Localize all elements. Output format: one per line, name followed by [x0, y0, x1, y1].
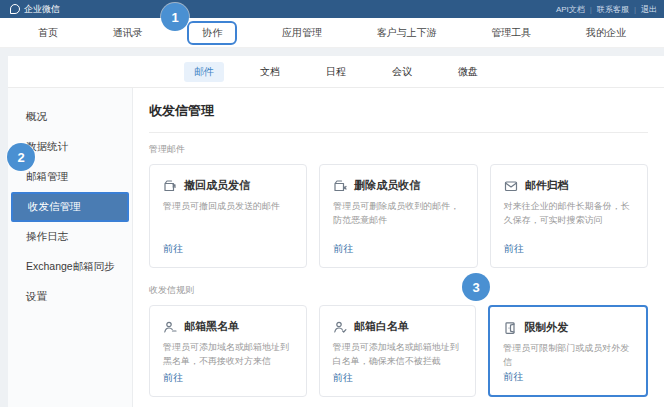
card-mail-blacklist[interactable]: 邮箱黑名单 管理员可添加域名或邮箱地址到黑名单，不再接收对方来信 前往: [149, 305, 307, 397]
nav-item-contacts[interactable]: 通讯录: [103, 22, 153, 44]
card-header: 邮箱黑名单: [163, 319, 293, 334]
tab-docs[interactable]: 文档: [250, 62, 290, 82]
annotation-step-1: 1: [161, 3, 189, 31]
panel-body: 概况 数据统计 邮箱管理 收发信管理 操作日志 Exchange邮箱同步 设置 …: [8, 88, 664, 407]
card-description: 管理员可删除成员收到的邮件，防范恶意邮件: [333, 200, 463, 228]
card-header: 邮件归档: [504, 178, 634, 193]
card-recall-member-mail[interactable]: 撤回成员发信 管理员可撤回成员发送的邮件 前往: [149, 164, 307, 268]
top-app-bar: 企业微信 API文档 | 联系客服 | 退出: [0, 0, 664, 18]
card-header: 限制外发: [503, 320, 633, 335]
main-content: 收发信管理 管理邮件 撤回成员发信 管理员可撤回成员发送的邮件 前往: [133, 88, 664, 407]
tab-mail[interactable]: 邮件: [184, 62, 224, 82]
go-link-mail-archive[interactable]: 前往: [504, 242, 634, 256]
archive-mail-icon: [504, 179, 518, 193]
tab-meeting[interactable]: 会议: [382, 62, 422, 82]
card-description: 管理员可添加域名或邮箱地址到黑名单，不再接收对方来信: [163, 341, 293, 369]
card-description: 管理员可限制部门或成员对外发信: [503, 342, 633, 370]
main-nav: 首页 通讯录 协作 应用管理 客户与上下游 管理工具 我的企业: [0, 18, 664, 48]
restrict-outgoing-icon: [503, 321, 517, 335]
section-label-send-receive-rules: 收发信规则: [149, 284, 648, 297]
delete-mail-icon: [333, 179, 347, 193]
wecom-logo-text: 企业微信: [24, 3, 60, 16]
blacklist-person-icon: [163, 320, 177, 334]
content-panel: 邮件 文档 日程 会议 微盘 概况 数据统计 邮箱管理 收发信管理 操作日志 E…: [8, 56, 664, 407]
card-title: 删除成员收信: [354, 178, 420, 193]
nav-item-collaboration[interactable]: 协作: [187, 21, 237, 45]
sidebar-item-exchange-sync[interactable]: Exchange邮箱同步: [8, 252, 132, 282]
topbar-links: API文档 | 联系客服 | 退出: [551, 4, 662, 15]
card-description: 管理员可撤回成员发送的邮件: [163, 200, 293, 214]
annotation-step-2: 2: [7, 143, 35, 171]
go-link-blacklist[interactable]: 前往: [163, 371, 293, 385]
card-title: 邮件归档: [525, 178, 569, 193]
chat-bubble-icon: [10, 4, 20, 14]
go-link-recall-mail[interactable]: 前往: [163, 242, 293, 256]
title-divider: [149, 132, 648, 133]
card-header: 撤回成员发信: [163, 178, 293, 193]
card-title: 限制外发: [524, 320, 568, 335]
card-header: 邮箱白名单: [333, 319, 463, 334]
card-delete-member-mail[interactable]: 删除成员收信 管理员可删除成员收到的邮件，防范恶意邮件 前往: [319, 164, 477, 268]
mail-settings-sidebar: 概况 数据统计 邮箱管理 收发信管理 操作日志 Exchange邮箱同步 设置: [8, 88, 133, 407]
recall-mail-icon: [163, 179, 177, 193]
sidebar-item-settings[interactable]: 设置: [8, 282, 132, 312]
card-title: 邮箱黑名单: [184, 319, 239, 334]
nav-item-customers[interactable]: 客户与上下游: [367, 22, 447, 44]
contact-support-link[interactable]: 联系客服: [592, 4, 634, 15]
card-description: 管理员可添加域名或邮箱地址到白名单，确保来信不被拦截: [333, 341, 463, 369]
nav-item-admin-tools[interactable]: 管理工具: [481, 22, 541, 44]
nav-item-my-company[interactable]: 我的企业: [576, 22, 636, 44]
nav-item-apps[interactable]: 应用管理: [272, 22, 332, 44]
whitelist-person-icon: [333, 320, 347, 334]
section-label-manage-mail: 管理邮件: [149, 143, 648, 156]
page-title: 收发信管理: [149, 102, 648, 120]
tab-drive[interactable]: 微盘: [448, 62, 488, 82]
api-docs-link[interactable]: API文档: [551, 4, 590, 15]
card-mail-archive[interactable]: 邮件归档 对来往企业的邮件长期备份，长久保存，可实时搜索访问 前往: [490, 164, 648, 268]
wecom-logo: 企业微信: [10, 3, 60, 16]
sidebar-item-overview[interactable]: 概况: [8, 102, 132, 132]
go-link-whitelist[interactable]: 前往: [333, 371, 463, 385]
logout-link[interactable]: 退出: [636, 4, 662, 15]
card-mail-whitelist[interactable]: 邮箱白名单 管理员可添加域名或邮箱地址到白名单，确保来信不被拦截 前往: [319, 305, 477, 397]
go-link-delete-mail[interactable]: 前往: [333, 242, 463, 256]
card-header: 删除成员收信: [333, 178, 463, 193]
card-title: 邮箱白名单: [354, 319, 409, 334]
send-receive-rule-cards: 邮箱黑名单 管理员可添加域名或邮箱地址到黑名单，不再接收对方来信 前往 邮箱白名…: [149, 305, 648, 397]
sidebar-item-operation-log[interactable]: 操作日志: [8, 222, 132, 252]
annotation-step-3: 3: [462, 273, 490, 301]
sidebar-item-send-receive-management[interactable]: 收发信管理: [11, 192, 129, 222]
nav-item-home[interactable]: 首页: [28, 22, 68, 44]
card-description: 对来往企业的邮件长期备份，长久保存，可实时搜索访问: [504, 200, 634, 228]
tab-calendar[interactable]: 日程: [316, 62, 356, 82]
go-link-restrict-outgoing[interactable]: 前往: [503, 370, 633, 384]
card-restrict-outgoing[interactable]: 限制外发 管理员可限制部门或成员对外发信 前往: [488, 305, 648, 397]
manage-mail-cards: 撤回成员发信 管理员可撤回成员发送的邮件 前往 删除成员收信 管理员可删除成员收…: [149, 164, 648, 268]
collaboration-tabs: 邮件 文档 日程 会议 微盘: [8, 56, 664, 88]
card-title: 撤回成员发信: [184, 178, 250, 193]
